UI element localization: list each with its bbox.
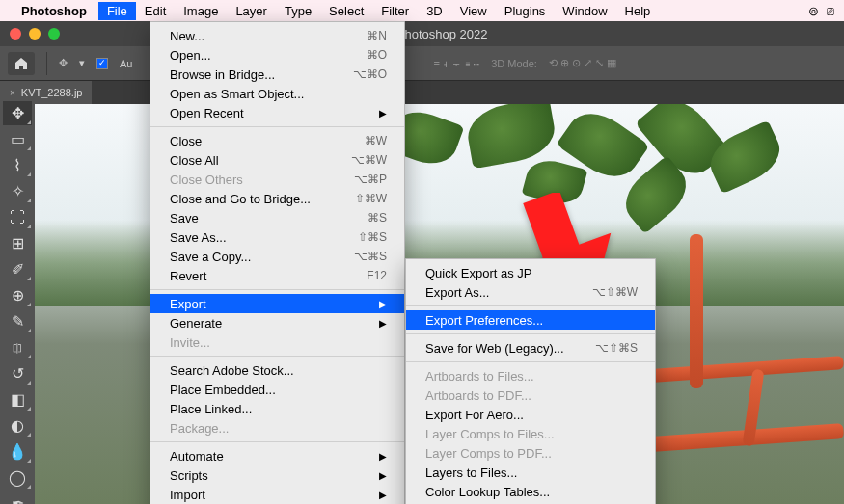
marquee-tool[interactable]: ▭ — [3, 127, 32, 151]
menu-edit[interactable]: Edit — [136, 2, 175, 20]
menu-item-label: Package... — [170, 421, 229, 436]
menu-item-label: Save As... — [170, 230, 227, 245]
file-menu-item[interactable]: Browse in Bridge...⌥⌘O — [150, 65, 404, 84]
menu-item-shortcut: ⌘W — [365, 134, 387, 147]
file-menu-item[interactable]: Place Embedded... — [150, 380, 404, 399]
submenu-arrow-icon: ▶ — [379, 490, 387, 500]
menu-item-label: Open... — [170, 48, 211, 63]
menu-item-shortcut: ⌘O — [367, 48, 387, 62]
file-menu-item[interactable]: Save⌘S — [150, 208, 404, 227]
zoom-window-icon[interactable] — [48, 28, 60, 40]
menu-layer[interactable]: Layer — [227, 2, 276, 20]
close-tab-icon[interactable]: × — [10, 88, 15, 98]
file-menu-item[interactable]: Open Recent▶ — [150, 103, 404, 122]
file-menu-item: Invite... — [150, 332, 404, 352]
menu-separator — [150, 441, 404, 442]
wand-tool[interactable]: ✧ — [3, 179, 32, 203]
export-menu-item: Artboards to Files... — [406, 366, 655, 385]
file-menu-item[interactable]: Export▶ — [150, 294, 404, 313]
app-name[interactable]: Photoshop — [21, 4, 87, 18]
submenu-arrow-icon: ▶ — [379, 108, 387, 119]
menu-item-label: Import — [170, 488, 205, 502]
brush-tool[interactable]: ✎ — [3, 309, 32, 333]
move-tool-icon[interactable]: ✥ — [59, 57, 68, 69]
file-menu-item[interactable]: New...⌘N — [150, 26, 404, 45]
menu-item-label: New... — [170, 29, 204, 43]
menu-item-label: Scripts — [170, 468, 208, 483]
menu-window[interactable]: Window — [554, 2, 615, 20]
blur-tool[interactable]: 💧 — [3, 439, 32, 464]
healing-tool[interactable]: ⊕ — [3, 283, 32, 307]
export-submenu: Quick Export as JPExport As...⌥⇧⌘WExport… — [405, 258, 656, 504]
minimize-window-icon[interactable] — [29, 28, 41, 40]
crop-tool[interactable]: ⛶ — [3, 205, 32, 229]
gradient-tool[interactable]: ◐ — [3, 413, 32, 438]
menu-separator — [406, 333, 655, 334]
export-menu-item[interactable]: Export For Aero... — [406, 405, 655, 424]
menu-item-shortcut: ⌥⇧⌘S — [595, 341, 638, 355]
menu-help[interactable]: Help — [616, 2, 660, 20]
menu-item-label: Export — [170, 297, 206, 311]
tool-preset-dropdown[interactable]: ▾ — [79, 57, 85, 69]
file-menu-item[interactable]: Save a Copy...⌥⌘S — [150, 247, 404, 266]
home-button[interactable] — [8, 52, 35, 75]
menu-3d[interactable]: 3D — [418, 2, 451, 20]
close-window-icon[interactable] — [10, 28, 21, 40]
file-menu-item[interactable]: Automate▶ — [150, 446, 404, 465]
eyedropper-tool[interactable]: ✐ — [3, 257, 32, 281]
export-menu-item[interactable]: Color Lookup Tables... — [406, 482, 655, 501]
export-menu-item[interactable]: Quick Export as JP — [406, 263, 655, 282]
export-menu-item[interactable]: Export Preferences... — [406, 310, 655, 330]
file-menu-item[interactable]: Place Linked... — [150, 399, 404, 418]
history-brush-tool[interactable]: ↺ — [3, 361, 32, 385]
file-menu-item[interactable]: Close and Go to Bridge...⇧⌘W — [150, 189, 404, 208]
move-tool[interactable]: ✥ — [3, 101, 32, 125]
menu-image[interactable]: Image — [175, 2, 227, 20]
file-menu-item[interactable]: Close⌘W — [150, 131, 404, 150]
menu-view[interactable]: View — [451, 2, 496, 20]
menu-file[interactable]: File — [98, 2, 136, 20]
auto-select-checkbox[interactable] — [96, 58, 108, 69]
menu-item-shortcut: ⌘N — [367, 29, 387, 42]
export-menu-item[interactable]: Save for Web (Legacy)...⌥⇧⌘S — [406, 338, 655, 358]
menu-item-label: Layers to Files... — [425, 465, 517, 480]
menu-item-label: Export For Aero... — [425, 408, 524, 422]
menu-item-shortcut: ⌥⌘P — [354, 172, 387, 186]
file-menu-item[interactable]: Close All⌥⌘W — [150, 150, 404, 170]
window-titlebar: Adobe Photoshop 2022 — [0, 21, 844, 46]
file-menu-item[interactable]: Open...⌘O — [150, 45, 404, 65]
frame-tool[interactable]: ⊞ — [3, 231, 32, 255]
menu-type[interactable]: Type — [276, 2, 320, 20]
menu-item-label: Close and Go to Bridge... — [170, 192, 311, 206]
screen-icon[interactable]: ⎚ — [827, 4, 834, 18]
stamp-tool[interactable]: ⎅ — [3, 335, 32, 359]
file-menu-item[interactable]: Search Adobe Stock... — [150, 360, 404, 380]
menu-item-label: Open as Smart Object... — [170, 87, 304, 101]
pen-tool[interactable]: ✒ — [3, 491, 32, 504]
file-menu-item[interactable]: RevertF12 — [150, 266, 404, 285]
eraser-tool[interactable]: ◧ — [3, 387, 32, 411]
file-menu-item[interactable]: Generate▶ — [150, 313, 404, 332]
menu-item-shortcut: ⌥⇧⌘W — [592, 285, 638, 299]
file-menu-item[interactable]: Open as Smart Object... — [150, 84, 404, 103]
menu-filter[interactable]: Filter — [372, 2, 418, 20]
export-menu-item: Layer Comps to PDF... — [406, 443, 655, 463]
file-menu-item[interactable]: Import▶ — [150, 485, 404, 504]
lasso-tool[interactable]: ⌇ — [3, 153, 32, 177]
align-icons[interactable]: ≡ ⫞ ⫟ ≣ ⋯ — [433, 58, 479, 69]
menu-separator — [150, 356, 404, 357]
cc-icon[interactable]: ⊚ — [808, 4, 819, 18]
dodge-tool[interactable]: ◯ — [3, 465, 32, 490]
submenu-arrow-icon: ▶ — [379, 470, 387, 481]
3d-mode-icons: ⟲ ⊕ ⊙ ⤢ ⤡ ▦ — [549, 57, 616, 69]
menu-item-label: Color Lookup Tables... — [425, 485, 550, 499]
file-menu-item[interactable]: Scripts▶ — [150, 465, 404, 485]
file-menu-item[interactable]: Save As...⇧⌘S — [150, 227, 404, 247]
export-menu-item[interactable]: Layers to Files... — [406, 463, 655, 482]
menu-separator — [150, 289, 404, 290]
menu-item-label: Close Others — [170, 172, 243, 187]
menu-plugins[interactable]: Plugins — [496, 2, 555, 20]
menu-item-label: Save a Copy... — [170, 250, 251, 264]
export-menu-item[interactable]: Export As...⌥⇧⌘W — [406, 282, 655, 302]
menu-select[interactable]: Select — [320, 2, 372, 20]
